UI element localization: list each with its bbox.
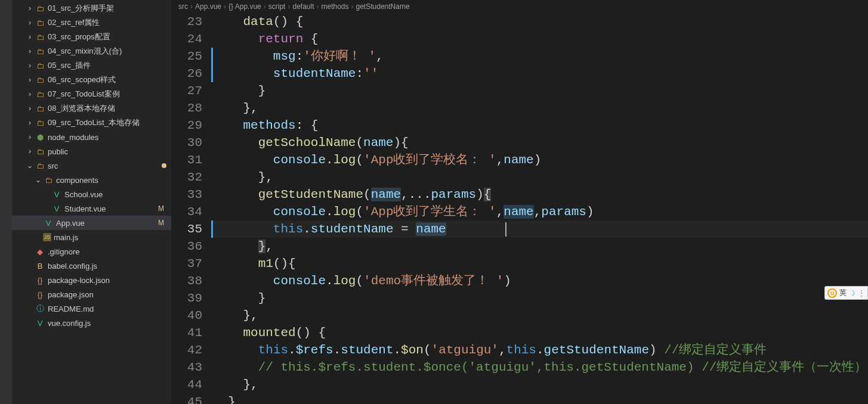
tree-item[interactable]: ◆.gitignore [12, 244, 171, 259]
tree-item[interactable]: ›🗀05_src_插件 [12, 58, 171, 73]
code-line[interactable]: }, [213, 238, 868, 255]
ime-indicator[interactable]: u 英 ☽ ⋮ [824, 286, 868, 300]
ime-logo-icon: u [827, 288, 837, 298]
line-number: 36 [171, 238, 202, 255]
breadcrumb-segment[interactable]: getStudentName [356, 2, 410, 11]
babel-icon: B [35, 262, 45, 271]
tree-item[interactable]: ⌄🗀src [12, 159, 171, 173]
tree-item[interactable]: ›🗀04_src_mixin混入(合) [12, 44, 171, 58]
tree-item[interactable]: ›🗀08_浏览器本地存储 [12, 101, 171, 116]
tree-item-label: 03_src_props配置 [48, 32, 110, 42]
code-line[interactable]: msg:'你好啊！ ', [213, 48, 868, 65]
line-number: 32 [171, 169, 202, 186]
tree-item[interactable]: {}package.json [12, 287, 171, 302]
code-line[interactable]: console.log('App收到了学生名： ',name,params) [213, 203, 868, 220]
code-line[interactable]: } [213, 393, 868, 404]
line-number: 35 [171, 220, 213, 238]
code-line[interactable]: } [213, 290, 868, 307]
line-number: 41 [171, 324, 202, 341]
tree-item[interactable]: ›🗀09_src_TodoList_本地存储 [12, 116, 171, 130]
tree-item[interactable]: Bbabel.config.js [12, 259, 171, 273]
code-editor[interactable]: 2324252627282930313233343536373839404142… [171, 13, 868, 404]
markdown-icon: ⓘ [35, 303, 45, 314]
file-explorer[interactable]: ›🗀01_src_分析脚手架›🗀02_src_ref属性›🗀03_src_pro… [12, 0, 171, 404]
code-line[interactable]: }, [213, 307, 868, 324]
chevron-icon: ⌄ [33, 176, 43, 184]
tree-item-label: 09_src_TodoList_本地存储 [48, 117, 140, 128]
tree-item-label: 01_src_分析脚手架 [48, 3, 114, 14]
line-number: 23 [171, 13, 202, 30]
line-number: 24 [171, 30, 202, 48]
breadcrumb-segment[interactable]: {} App.vue [228, 2, 261, 11]
tree-item[interactable]: ›🗀public [12, 144, 171, 159]
tree-item[interactable]: VApp.vueM [12, 216, 171, 230]
tree-item[interactable]: ⌄🗀components [12, 173, 171, 187]
tree-item-label: node_modules [48, 133, 98, 142]
tree-item-label: Student.vue [64, 204, 106, 213]
code-line[interactable]: this.$refs.student.$on('atguigu',this.ge… [213, 341, 868, 359]
code-line[interactable]: // this.$refs.student.$once('atguigu',th… [213, 359, 868, 376]
breadcrumb-segment[interactable]: App.vue [195, 2, 221, 11]
code-line[interactable]: methods: { [213, 117, 868, 134]
code-line[interactable]: getStudentName(name,...params){ [213, 186, 868, 203]
tree-item[interactable]: ›🗀02_src_ref属性 [12, 15, 171, 30]
tree-item[interactable]: {}package-lock.json [12, 273, 171, 287]
code-line[interactable]: }, [213, 376, 868, 393]
tree-item[interactable]: ›🗀06_src_scoped样式 [12, 73, 171, 87]
ime-extra-icon: ⋮ [858, 289, 865, 297]
tree-item[interactable]: ⓘREADME.md [12, 302, 171, 316]
tree-item-label: 06_src_scoped样式 [48, 74, 116, 85]
breadcrumb-segment[interactable]: src [178, 2, 188, 11]
code-line[interactable]: console.log('demo事件被触发了！ ') [213, 272, 868, 290]
code-line[interactable]: console.log('App收到了学校名： ',name) [213, 151, 868, 169]
code-line[interactable]: }, [213, 100, 868, 117]
line-number: 42 [171, 341, 202, 359]
tree-item[interactable]: Vvue.config.js [12, 316, 171, 330]
chevron-icon: › [25, 147, 35, 156]
tree-item[interactable]: ›🗀03_src_props配置 [12, 30, 171, 44]
line-number: 26 [171, 65, 213, 82]
tree-item-label: 07_src_TodoList案例 [48, 89, 120, 100]
line-number: 33 [171, 186, 202, 203]
code-content[interactable]: data() { return { msg:'你好啊！ ', studentNa… [213, 13, 868, 404]
git-icon: ◆ [35, 247, 45, 256]
code-line[interactable]: }, [213, 169, 868, 186]
tree-item-label: public [48, 147, 68, 156]
chevron-icon: › [25, 18, 35, 27]
tree-item-label: main.js [54, 233, 78, 242]
chevron-right-icon: › [264, 2, 266, 11]
line-number: 27 [171, 82, 202, 100]
code-line[interactable]: this.studentName = name [213, 220, 868, 238]
chevron-right-icon: › [224, 2, 226, 11]
tree-item[interactable]: JSmain.js [12, 230, 171, 244]
chevron-right-icon: › [190, 2, 193, 11]
tree-item[interactable]: ›🗀07_src_TodoList案例 [12, 87, 171, 101]
breadcrumb[interactable]: src›App.vue›{} App.vue›script›default›me… [171, 0, 868, 13]
tree-item[interactable]: ›⬢node_modules [12, 130, 171, 144]
tree-item-label: 05_src_插件 [48, 60, 91, 71]
code-line[interactable]: data() { [213, 13, 868, 30]
breadcrumb-segment[interactable]: default [292, 2, 314, 11]
tree-item[interactable]: VStudent.vueM [12, 201, 171, 216]
code-line[interactable]: mounted() { [213, 324, 868, 341]
folder-icon: 🗀 [35, 61, 45, 70]
breadcrumb-segment[interactable]: methods [321, 2, 348, 11]
tree-item[interactable]: VSchool.vue [12, 187, 171, 201]
tree-item-label: 08_浏览器本地存储 [48, 103, 115, 114]
code-line[interactable]: return { [213, 30, 868, 48]
tree-item-label: babel.config.js [48, 262, 97, 271]
code-line[interactable]: } [213, 82, 868, 100]
tree-item-label: README.md [48, 304, 94, 313]
tree-item[interactable]: ›🗀01_src_分析脚手架 [12, 1, 171, 15]
chevron-icon: › [25, 47, 35, 55]
folder-icon: 🗀 [35, 18, 45, 27]
code-line[interactable]: studentName:'' [213, 65, 868, 82]
code-line[interactable]: m1(){ [213, 255, 868, 272]
activity-bar[interactable] [0, 0, 12, 404]
breadcrumb-segment[interactable]: script [268, 2, 286, 11]
folder-icon: 🗀 [35, 47, 45, 56]
tree-item-label: vue.config.js [48, 319, 91, 328]
line-number: 37 [171, 255, 202, 272]
code-line[interactable]: getSchoolName(name){ [213, 134, 868, 151]
chevron-icon: › [25, 76, 35, 84]
